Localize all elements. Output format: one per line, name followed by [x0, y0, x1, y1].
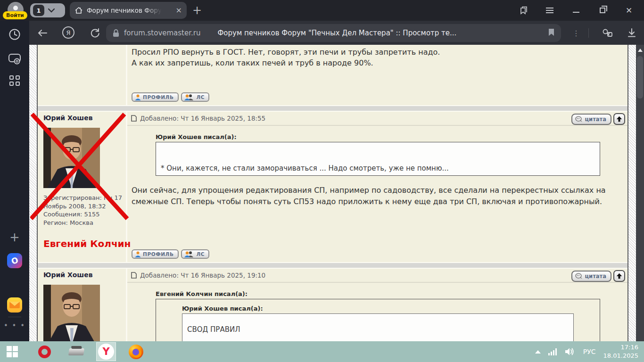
author-cell [38, 45, 127, 105]
windows-logo-icon [7, 346, 18, 357]
tab-forum[interactable]: Форум печников Фору × [70, 2, 187, 19]
password-manager-icon[interactable] [601, 26, 614, 40]
history-icon[interactable] [0, 26, 29, 42]
quote-author: Юрий Хошев писал(а): [156, 133, 600, 140]
scrollbar-thumb[interactable] [637, 56, 643, 99]
screen: Войти 1 Форум печников Фору × + ✕ Я [0, 0, 644, 362]
quote-bubble-icon [575, 116, 583, 122]
yandex-y-letter: Y [102, 346, 109, 357]
taskbar-firefox-icon[interactable] [125, 341, 146, 362]
author-name: Юрий Хошев [43, 114, 122, 122]
quote-button[interactable]: цитата [571, 114, 611, 125]
app-o-icon[interactable]: O [0, 253, 29, 269]
post-content-cell: Добавлено: Чт 16 Январь 2025, 19:10 цита… [127, 269, 627, 341]
taskbar-printer-icon[interactable] [66, 341, 87, 362]
page-icon [131, 115, 137, 122]
taskbar-clock[interactable]: 17:16 18.01.2025 [603, 343, 638, 360]
language-indicator[interactable]: РУС [583, 348, 596, 355]
lock-icon [113, 29, 119, 37]
post-text: Они сейчас, для упрощения редактирования… [132, 185, 622, 207]
scroll-top-button[interactable] [613, 113, 625, 125]
minimize-button[interactable] [571, 6, 581, 15]
post: Юрий Хошев [38, 112, 627, 262]
avatar [43, 128, 100, 188]
chevron-down-icon [48, 8, 55, 13]
new-tab-button[interactable]: + [190, 3, 205, 18]
volume-icon[interactable] [564, 347, 576, 356]
network-signal-icon[interactable] [548, 348, 557, 355]
login-badge[interactable]: Войти [3, 11, 27, 19]
tab-title: Форум печников Фору [87, 7, 162, 14]
quote-box: * Они, кажется, не стали заморачиваться … [156, 142, 600, 176]
nested-quote-box: СВОД ПРАВИЛ [182, 313, 574, 341]
yandex-mail-icon[interactable] [0, 297, 29, 313]
profile-button[interactable]: ПРОФИЛЬ [132, 92, 179, 102]
quote-block: Евгений Колчин писал(а): Юрий Хошев писа… [156, 290, 600, 341]
forum-posts-table: Просил РПО вернуть в ГОСТ. Нет, говорят,… [37, 45, 628, 341]
post-header-buttons: цитата [571, 270, 625, 282]
apps-grid-icon[interactable] [0, 73, 29, 89]
post-separator [38, 262, 627, 269]
taskbar-opera-icon[interactable] [34, 341, 55, 362]
scroll-top-button[interactable] [613, 270, 625, 282]
app-o-letter: O [10, 255, 19, 266]
post-date: Добавлено: Чт 16 Январь 2025, 18:55 [140, 115, 265, 122]
address-bar[interactable]: forum.stovemaster.ru Форум печников Фору… [106, 24, 561, 42]
yandex-home-button[interactable]: Я [62, 26, 74, 39]
post-content-cell: Добавлено: Чт 16 Январь 2025, 18:55 цита… [127, 112, 627, 262]
author-name: Юрий Хошев [43, 271, 122, 279]
quote-author: Евгений Колчин писал(а): [156, 290, 600, 297]
extensions-menu-icon[interactable]: ⋮ [570, 26, 583, 40]
author-info: Зарегистрирован: Пн 17 Ноябрь 2008, 18:3… [43, 194, 124, 227]
browser-tab-bar: Войти 1 Форум печников Фору × + ✕ [0, 0, 644, 21]
hidden-icons-chevron[interactable] [535, 350, 541, 354]
post-header-buttons: цитата [571, 113, 625, 125]
refresh-button[interactable] [89, 26, 102, 40]
quote-text: * Они, кажется, не стали заморачиваться … [161, 164, 449, 173]
tab-group-button[interactable]: 1 [30, 3, 65, 17]
post-actions: ПРОФИЛЬ ЛС [127, 92, 627, 105]
post-date: Добавлено: Чт 16 Январь 2025, 19:10 [140, 272, 265, 279]
start-button[interactable] [2, 341, 23, 362]
bookmark-flag-icon[interactable] [548, 28, 554, 38]
two-persons-icon [184, 251, 195, 257]
refresh-icon [91, 28, 100, 38]
author-cell: Юрий Хошев [38, 112, 127, 262]
close-button[interactable]: ✕ [624, 6, 634, 15]
restore-button[interactable] [598, 6, 607, 15]
profile-button[interactable]: ПРОФИЛЬ [132, 249, 179, 259]
bookmarks-panel-icon[interactable] [519, 6, 528, 15]
profile-button-label: ПРОФИЛЬ [143, 94, 174, 100]
scroll-up-arrow-icon[interactable] [638, 49, 643, 52]
page-icon [131, 272, 137, 279]
private-message-button[interactable]: ЛС [181, 92, 210, 102]
sidebar-more-icon[interactable]: • • • [0, 318, 29, 334]
page-content: Просил РПО вернуть в ГОСТ. Нет, говорят,… [29, 45, 636, 341]
browser-menu-icon[interactable] [545, 6, 554, 15]
tab-close-icon[interactable]: × [176, 7, 182, 14]
author-region: Регион: Москва [43, 219, 124, 227]
up-arrow-icon [616, 273, 622, 279]
taskbar-yandex-browser-icon[interactable]: Y [96, 342, 116, 361]
pm-button-label: ЛС [197, 94, 205, 100]
outer-quote-box: Юрий Хошев писал(а): СВОД ПРАВИЛ [156, 299, 600, 341]
post-separator [38, 105, 627, 112]
toolbar-divider [588, 28, 589, 38]
browser-profile[interactable]: Войти [6, 1, 30, 20]
clock-time: 17:16 [603, 343, 638, 352]
window-controls: ✕ [519, 0, 644, 21]
post: Юрий Хошев [38, 269, 627, 341]
scrollbar[interactable] [636, 45, 644, 362]
screenshot-icon[interactable] [0, 51, 29, 67]
downloads-icon[interactable] [625, 26, 638, 40]
two-persons-icon [184, 94, 195, 100]
browser-sidebar: + O • • • [0, 21, 29, 341]
post-text: Просил РПО вернуть в ГОСТ. Нет, говорят,… [127, 45, 627, 68]
private-message-button[interactable]: ЛС [181, 249, 210, 259]
quote-button-label: цитата [585, 273, 606, 280]
author-cell: Юрий Хошев [38, 269, 127, 341]
add-panel-icon[interactable]: + [0, 229, 29, 245]
quote-button[interactable]: цитата [571, 271, 611, 282]
back-button[interactable] [36, 26, 49, 40]
post-partial: Просил РПО вернуть в ГОСТ. Нет, говорят,… [38, 45, 627, 105]
